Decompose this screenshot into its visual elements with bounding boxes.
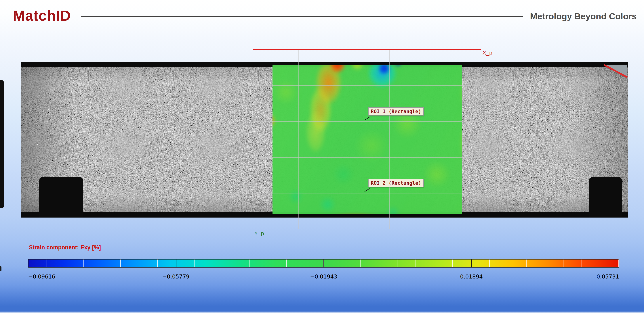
colorbar-tick-label: 0.01894 bbox=[460, 273, 483, 280]
speckle-highlights bbox=[21, 62, 21, 63]
matchid-report-page: MatchID Metrology Beyond Colors bbox=[0, 0, 644, 317]
colorbar-tick-label: 0.05731 bbox=[596, 273, 619, 280]
grid-line-vertical bbox=[298, 50, 299, 229]
header-divider-line bbox=[81, 16, 523, 17]
roi-2-label[interactable]: ROI 2 (Rectangle) bbox=[368, 179, 424, 187]
colorbar-tick-label: −0.01943 bbox=[310, 273, 337, 280]
clipped-edge-glyph bbox=[0, 266, 2, 271]
roi-1-label-text: ROI 1 (Rectangle) bbox=[371, 109, 421, 114]
colorbar-tick-line bbox=[176, 260, 176, 267]
x-axis-line bbox=[253, 49, 481, 50]
colorbar-tick-label: −0.09616 bbox=[28, 273, 55, 280]
colorbar bbox=[28, 259, 619, 268]
x-axis-label: X_p bbox=[482, 50, 492, 56]
specimen-edge-fragment bbox=[0, 80, 4, 208]
y-axis-label: Y_p bbox=[254, 230, 264, 237]
grid-line-vertical bbox=[390, 50, 390, 229]
colorbar-tick-label: −0.05779 bbox=[162, 273, 190, 280]
corner-wedge-marker bbox=[604, 63, 628, 78]
grid-line-vertical bbox=[344, 50, 344, 229]
grid-line-vertical bbox=[480, 50, 480, 229]
grid-line-vertical bbox=[435, 50, 435, 229]
grid-line-horizontal bbox=[253, 193, 480, 193]
colorbar-tick-line bbox=[324, 260, 324, 267]
grid-line-horizontal bbox=[253, 157, 480, 158]
grid-line-horizontal bbox=[253, 85, 480, 86]
grid-line-horizontal bbox=[253, 121, 480, 122]
header-tagline: Metrology Beyond Colors bbox=[530, 11, 637, 21]
left-support-roller bbox=[39, 177, 83, 218]
right-support-roller bbox=[589, 177, 622, 218]
y-axis-line bbox=[252, 49, 253, 229]
colorbar-tick-line bbox=[471, 260, 472, 267]
roi-2-label-text: ROI 2 (Rectangle) bbox=[371, 180, 421, 186]
matchid-logo: MatchID bbox=[13, 7, 71, 24]
grid-line-horizontal bbox=[253, 229, 480, 229]
roi-1-label[interactable]: ROI 1 (Rectangle) bbox=[368, 107, 424, 115]
coordinate-grid bbox=[253, 50, 480, 229]
strain-component-title: Strain component: Exy [%] bbox=[29, 244, 101, 251]
